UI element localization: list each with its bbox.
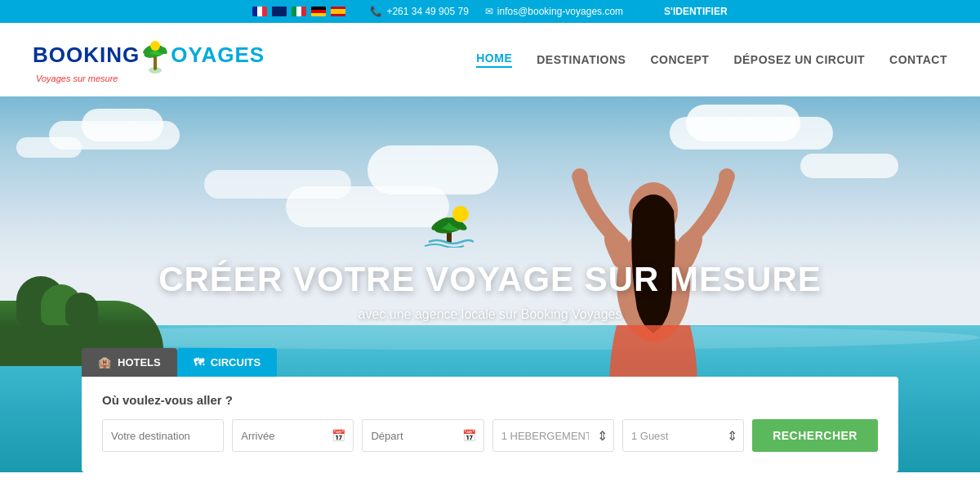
flag-it[interactable] <box>292 7 306 16</box>
topbar: 📞 +261 34 49 905 79 ✉ infos@booking-voya… <box>0 0 980 23</box>
search-container: 🏨 HOTELS 🗺 CIRCUITS Où voulez-vous aller… <box>82 348 898 472</box>
logo-subtitle: Voyages sur mesure <box>36 74 118 83</box>
svg-point-13 <box>572 168 588 185</box>
guests-select[interactable]: 1 Guest 2 Guests 3 Guests 4 Guests <box>622 419 744 452</box>
logo[interactable]: BOOKING OYAGES Voyages sur mesure <box>33 36 265 83</box>
flag-fr[interactable] <box>252 7 267 16</box>
topbar-contact-info: 📞 +261 34 49 905 79 ✉ infos@booking-voya… <box>370 6 623 17</box>
nav-home[interactable]: HOME <box>476 51 512 68</box>
topbar-phone: 📞 +261 34 49 905 79 <box>370 6 468 17</box>
search-fields: 📅 📅 1 HEBERGEMENT 2 HEBERGEMENTS 3 HEBER… <box>102 419 878 452</box>
guests-field: 1 Guest 2 Guests 3 Guests 4 Guests ⇕ <box>622 419 744 452</box>
nav-contact[interactable]: CONTACT <box>889 53 947 66</box>
arrival-input[interactable] <box>232 419 354 452</box>
hotels-icon: 🏨 <box>98 356 111 369</box>
search-box: Où voulez-vous aller ? 📅 📅 1 HEBERGEMENT <box>82 377 898 472</box>
search-button[interactable]: RECHERCHER <box>752 419 878 452</box>
identifier-link[interactable]: S'IDENTIFIER <box>664 6 728 17</box>
hero-title: CRÉER VOTRE VOYAGE SUR MESURE <box>0 260 980 299</box>
tab-hotels[interactable]: 🏨 HOTELS <box>82 348 177 377</box>
nav-deposez[interactable]: DÉPOSEZ UN CIRCUIT <box>733 53 865 66</box>
cloud-2 <box>82 109 163 141</box>
topbar-flags <box>252 7 345 16</box>
svg-point-14 <box>719 168 735 185</box>
topbar-right: S'IDENTIFIER <box>648 6 728 17</box>
logo-booking-text: BOOKING <box>33 42 140 68</box>
arrival-field: 📅 <box>232 419 354 452</box>
search-tabs: 🏨 HOTELS 🗺 CIRCUITS <box>82 348 898 377</box>
departure-field: 📅 <box>362 419 483 452</box>
cloud-6 <box>800 154 898 178</box>
departure-input[interactable] <box>362 419 483 452</box>
svg-point-12 <box>452 206 469 222</box>
topbar-email: ✉ infos@booking-voyages.com <box>485 6 623 17</box>
main-nav: HOME DESTINATIONS CONCEPT DÉPOSEZ UN CIR… <box>476 51 947 68</box>
cloud-3 <box>16 137 82 158</box>
hero-section: CRÉER VOTRE VOYAGE SUR MESURE avec une a… <box>0 96 980 472</box>
flag-es[interactable] <box>331 7 345 16</box>
cloud-5 <box>686 105 800 141</box>
flag-en[interactable] <box>272 7 287 16</box>
logo-voyages-text: OYAGES <box>171 42 265 68</box>
nav-destinations[interactable]: DESTINATIONS <box>537 53 626 66</box>
circuits-icon: 🗺 <box>194 356 204 369</box>
destination-field <box>102 419 224 452</box>
hebergement-field: 1 HEBERGEMENT 2 HEBERGEMENTS 3 HEBERGEME… <box>492 419 614 452</box>
header: BOOKING OYAGES Voyages sur mesure HOME D… <box>0 23 980 96</box>
svg-point-6 <box>150 41 160 51</box>
search-question: Où voulez-vous aller ? <box>102 393 878 407</box>
cloud-9 <box>368 145 498 194</box>
hero-brand-icon <box>425 203 474 257</box>
hero-subtitle: avec une agence locale sur Booking Voyag… <box>0 307 980 322</box>
hero-content: CRÉER VOTRE VOYAGE SUR MESURE avec une a… <box>0 260 980 322</box>
destination-input[interactable] <box>102 419 224 452</box>
email-icon: ✉ <box>485 6 493 17</box>
hebergement-select[interactable]: 1 HEBERGEMENT 2 HEBERGEMENTS 3 HEBERGEME… <box>492 419 614 452</box>
flag-de[interactable] <box>311 7 326 16</box>
phone-icon: 📞 <box>370 6 382 17</box>
logo-palm-icon <box>140 36 170 74</box>
tab-circuits[interactable]: 🗺 CIRCUITS <box>177 348 277 377</box>
nav-concept[interactable]: CONCEPT <box>650 53 709 66</box>
